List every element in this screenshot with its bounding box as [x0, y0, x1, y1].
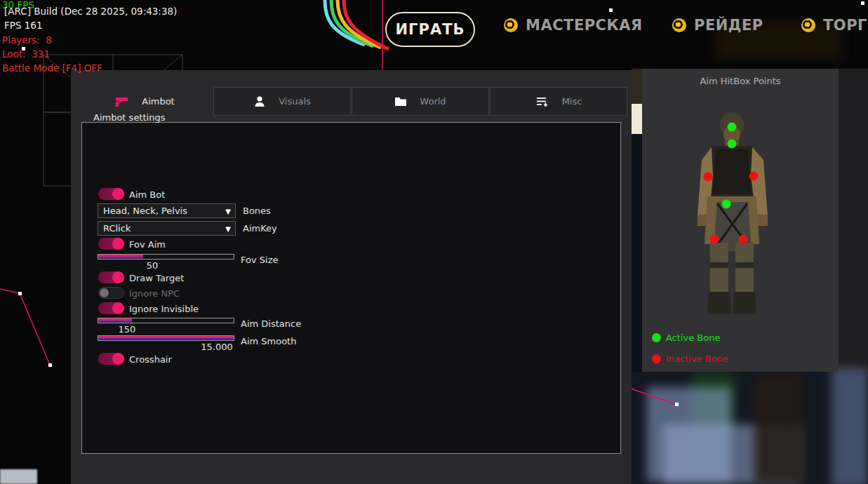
- bone-point-head[interactable]: [728, 123, 737, 132]
- tab-misc[interactable]: Misc: [490, 87, 627, 116]
- slider-fill: [98, 255, 143, 259]
- ignore-npc-toggle[interactable]: [98, 287, 124, 299]
- bg-strip-olive: [632, 69, 642, 104]
- menu-item-raider[interactable]: РЕЙДЕР: [672, 17, 763, 34]
- bone-point-right-shoulder[interactable]: [749, 172, 759, 181]
- chevron-down-icon: ▼: [225, 222, 231, 236]
- aim-distance-value: 150: [113, 324, 141, 335]
- aimkey-select-value: RClick: [103, 223, 131, 234]
- slider-fill: [98, 336, 234, 340]
- ignore-npc-label: Ignore NPC: [129, 288, 180, 299]
- fov-size-value: 50: [138, 260, 166, 271]
- menu-item-label: МАСТЕРСКАЯ: [526, 17, 643, 34]
- menu-item-trade[interactable]: ТОРГО: [801, 17, 868, 34]
- legend-active-bone: Active Bone: [652, 332, 720, 343]
- tracer-node: [609, 8, 613, 12]
- toggle-knob: [112, 188, 124, 200]
- tab-label: Aimbot: [142, 96, 174, 107]
- toggle-knob: [112, 302, 124, 314]
- hitbox-panel: Aim HitBox Points: [642, 69, 839, 372]
- draw-target-label: Draw Target: [129, 273, 184, 283]
- bg-blue-glow-3: [832, 368, 868, 484]
- ignore-invisible-toggle[interactable]: [98, 302, 124, 314]
- fov-aim-label: Fov Aim: [129, 239, 166, 250]
- play-button[interactable]: ИГРАТЬ: [385, 12, 475, 47]
- tab-visuals[interactable]: Visuals: [213, 87, 351, 116]
- tab-label: World: [420, 96, 446, 107]
- tracer-node: [861, 1, 864, 5]
- game-screen: ИГРАТЬ МАСТЕРСКАЯ РЕЙДЕР ТОРГО 30 FPS [A…: [0, 0, 868, 484]
- tracer-node: [18, 292, 22, 295]
- aimkey-label: AimKey: [243, 223, 277, 234]
- aim-distance-label: Aim Distance: [241, 318, 301, 329]
- cheat-menu-panel: Aimbot Visuals World: [71, 70, 632, 484]
- bones-select-value: Head, Neck, Pelvis: [103, 206, 187, 216]
- hud-loot: Loot: 331: [2, 50, 50, 60]
- menu-item-workshop[interactable]: МАСТЕРСКАЯ: [504, 17, 643, 34]
- aim-bot-label: Aim Bot: [129, 189, 165, 200]
- menu-item-label: ТОРГО: [823, 17, 868, 34]
- ignore-invisible-label: Ignore Invisible: [129, 304, 199, 314]
- tracer-node: [675, 403, 679, 406]
- legend-label: Inactive Bone: [666, 354, 728, 364]
- aimkey-select[interactable]: RClick ▼: [98, 221, 236, 236]
- play-button-label: ИГРАТЬ: [396, 21, 465, 38]
- aim-bot-toggle[interactable]: [98, 188, 124, 200]
- bg-strip-navy: [632, 134, 642, 372]
- bg-strip-cream: [632, 104, 642, 134]
- toggle-knob: [100, 288, 109, 297]
- draw-target-toggle[interactable]: [98, 271, 124, 283]
- folder-icon: [394, 96, 407, 107]
- pistol-icon: [114, 96, 129, 107]
- inactive-bone-dot-icon: [652, 354, 661, 363]
- fov-size-slider[interactable]: [98, 254, 234, 260]
- aim-smooth-value: 15.000: [196, 342, 238, 352]
- hud-fps: FPS 161: [4, 21, 43, 31]
- group-title: Aimbot settings: [89, 113, 169, 122]
- aim-distance-slider[interactable]: [98, 318, 234, 323]
- esp-hud: 30 FPS [ARC] Build (Dec 28 2025, 09:43:3…: [2, 0, 14, 76]
- bone-point-right-knee[interactable]: [739, 235, 748, 244]
- fov-aim-toggle[interactable]: [98, 238, 124, 250]
- bone-point-pelvis[interactable]: [722, 200, 731, 209]
- toggle-knob: [112, 353, 124, 365]
- toggle-knob: [112, 271, 124, 283]
- bones-label: Bones: [243, 206, 271, 216]
- slider-fill: [98, 318, 132, 323]
- bone-point-neck[interactable]: [728, 140, 737, 149]
- coin-icon: [801, 18, 815, 32]
- hud-players: Players: 8: [2, 36, 52, 46]
- legend-label: Active Bone: [666, 332, 720, 343]
- toggle-knob: [112, 238, 124, 250]
- bg-right-strip: [839, 69, 868, 372]
- playlist-add-icon: [535, 96, 549, 107]
- coin-icon: [504, 18, 518, 32]
- hud-battle-mode: Battle Mode [F4] OFF: [2, 64, 102, 74]
- bones-select[interactable]: Head, Neck, Pelvis ▼: [98, 203, 236, 218]
- menu-item-label: РЕЙДЕР: [694, 17, 763, 34]
- hitbox-points-layer: [642, 69, 839, 372]
- hud-build-info: [ARC] Build (Dec 28 2025, 09:43:38): [4, 7, 177, 17]
- crosshair-toggle[interactable]: [98, 353, 124, 365]
- aim-smooth-slider[interactable]: [98, 335, 234, 341]
- aimbot-settings-group: Aim Bot Head, Neck, Pelvis ▼ Bones RClic…: [81, 122, 621, 454]
- legend-inactive-bone: Inactive Bone: [652, 354, 728, 364]
- bg-brown-column: [754, 375, 803, 484]
- crosshair-label: Crosshair: [129, 354, 172, 365]
- bone-point-left-knee[interactable]: [710, 235, 719, 244]
- chevron-down-icon: ▼: [225, 205, 231, 218]
- tab-label: Visuals: [279, 96, 311, 107]
- person-icon: [253, 95, 266, 108]
- active-bone-dot-icon: [652, 333, 661, 342]
- tab-aimbot[interactable]: Aimbot: [76, 87, 213, 116]
- coin-icon: [672, 18, 686, 32]
- bg-light-block: [0, 469, 37, 484]
- bone-point-left-shoulder[interactable]: [704, 173, 713, 182]
- tab-world[interactable]: World: [352, 87, 489, 116]
- fov-size-label: Fov Size: [241, 255, 278, 265]
- tab-label: Misc: [562, 96, 582, 107]
- tracer-node: [48, 363, 52, 367]
- aim-smooth-label: Aim Smooth: [241, 336, 296, 347]
